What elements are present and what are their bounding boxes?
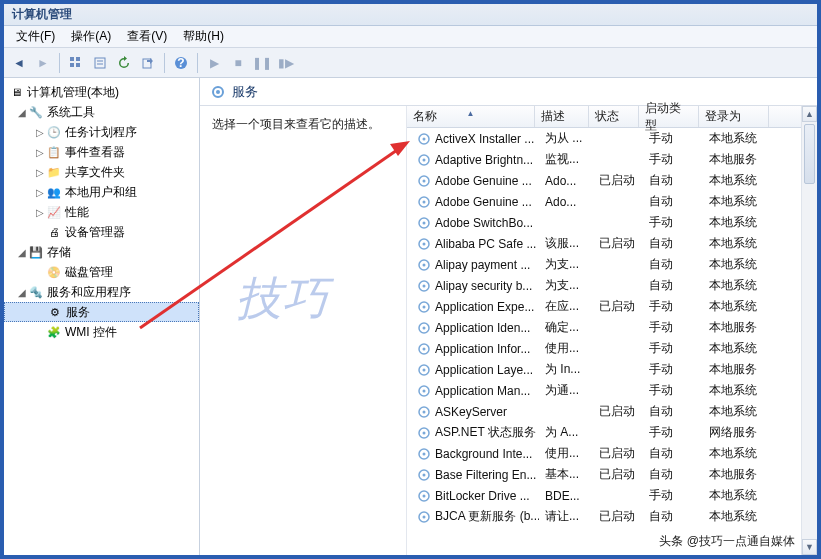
tree-disk-management[interactable]: 📀磁盘管理 — [4, 262, 199, 282]
service-name: Application Laye... — [435, 363, 533, 377]
service-row[interactable]: ASKeyServer已启动自动本地系统 — [407, 401, 817, 422]
expand-icon[interactable]: ▷ — [34, 167, 46, 178]
collapse-icon[interactable]: ◢ — [16, 247, 28, 258]
col-startup[interactable]: 启动类型 — [639, 106, 699, 127]
stop-button[interactable]: ■ — [227, 52, 249, 74]
service-name: Alipay security b... — [435, 279, 532, 293]
service-name: Application Expe... — [435, 300, 534, 314]
refresh-button[interactable] — [113, 52, 135, 74]
svg-rect-0 — [70, 57, 74, 61]
service-row[interactable]: Adaptive Brightn...监视...手动本地服务 — [407, 149, 817, 170]
service-logon: 本地服务 — [703, 361, 773, 378]
svg-point-21 — [423, 200, 426, 203]
service-icon — [417, 384, 431, 398]
perf-icon: 📈 — [46, 204, 62, 220]
service-startup: 自动 — [643, 235, 703, 252]
service-row[interactable]: Application Infor...使用...手动本地系统 — [407, 338, 817, 359]
service-row[interactable]: Adobe Genuine ...Ado...自动本地系统 — [407, 191, 817, 212]
service-name: ASKeyServer — [435, 405, 507, 419]
tree-task-scheduler[interactable]: ▷🕒任务计划程序 — [4, 122, 199, 142]
service-row[interactable]: BJCA 更新服务 (b...请让...已启动自动本地系统 — [407, 506, 817, 527]
collapse-icon[interactable]: ◢ — [16, 107, 28, 118]
service-startup: 手动 — [643, 424, 703, 441]
pause-button[interactable]: ❚❚ — [251, 52, 273, 74]
service-row[interactable]: BitLocker Drive ...BDE...手动本地系统 — [407, 485, 817, 506]
expand-icon[interactable]: ▷ — [34, 187, 46, 198]
svg-point-27 — [423, 263, 426, 266]
service-row[interactable]: Application Man...为通...手动本地系统 — [407, 380, 817, 401]
tree-wmi[interactable]: 🧩WMI 控件 — [4, 322, 199, 342]
col-logon[interactable]: 登录为 — [699, 106, 769, 127]
view-icons-button[interactable] — [65, 52, 87, 74]
service-row[interactable]: Alibaba PC Safe ...该服...已启动自动本地系统 — [407, 233, 817, 254]
col-name[interactable]: 名称▲ — [407, 106, 535, 127]
menu-action[interactable]: 操作(A) — [63, 26, 119, 47]
service-desc: 在应... — [539, 298, 593, 315]
service-logon: 本地系统 — [703, 193, 773, 210]
service-startup: 自动 — [643, 193, 703, 210]
gear-icon: ⚙ — [47, 304, 63, 320]
tree-performance[interactable]: ▷📈性能 — [4, 202, 199, 222]
service-name: Adobe Genuine ... — [435, 174, 532, 188]
scroll-thumb[interactable] — [804, 124, 815, 184]
restart-button[interactable]: ▮▶ — [275, 52, 297, 74]
export-button[interactable] — [137, 52, 159, 74]
collapse-icon[interactable]: ◢ — [16, 287, 28, 298]
tree-local-users[interactable]: ▷👥本地用户和组 — [4, 182, 199, 202]
tree-services[interactable]: ⚙服务 — [4, 302, 199, 322]
col-desc[interactable]: 描述 — [535, 106, 589, 127]
service-row[interactable]: Adobe Genuine ...Ado...已启动自动本地系统 — [407, 170, 817, 191]
expand-icon[interactable]: ▷ — [34, 147, 46, 158]
service-logon: 本地系统 — [703, 256, 773, 273]
credit-text: 头条 @技巧一点通自媒体 — [655, 532, 799, 551]
service-row[interactable]: ActiveX Installer ...为从 ...手动本地系统 — [407, 128, 817, 149]
service-logon: 本地系统 — [703, 487, 773, 504]
tree-system-tools[interactable]: ◢🔧系统工具 — [4, 102, 199, 122]
help-button[interactable]: ? — [170, 52, 192, 74]
service-logon: 本地系统 — [703, 298, 773, 315]
col-status[interactable]: 状态 — [589, 106, 639, 127]
service-row[interactable]: Application Expe...在应...已启动手动本地系统 — [407, 296, 817, 317]
service-row[interactable]: Base Filtering En...基本...已启动自动本地服务 — [407, 464, 817, 485]
content-pane: 服务 选择一个项目来查看它的描述。 技巧 名称▲ 描述 状态 启动类型 登录为 — [200, 78, 817, 555]
service-name: Application Iden... — [435, 321, 530, 335]
service-row[interactable]: Application Iden...确定...手动本地服务 — [407, 317, 817, 338]
menu-help[interactable]: 帮助(H) — [175, 26, 232, 47]
expand-icon[interactable]: ▷ — [34, 127, 46, 138]
service-row[interactable]: Adobe SwitchBo...手动本地系统 — [407, 212, 817, 233]
scroll-up-button[interactable]: ▲ — [802, 106, 817, 122]
menu-file[interactable]: 文件(F) — [8, 26, 63, 47]
tree-event-viewer[interactable]: ▷📋事件查看器 — [4, 142, 199, 162]
service-startup: 手动 — [643, 382, 703, 399]
service-row[interactable]: Background Inte...使用...已启动自动本地系统 — [407, 443, 817, 464]
service-row[interactable]: Application Laye...为 In...手动本地服务 — [407, 359, 817, 380]
service-row[interactable]: Alipay security b...为支...自动本地系统 — [407, 275, 817, 296]
tree-root[interactable]: 🖥计算机管理(本地) — [4, 82, 199, 102]
svg-point-11 — [216, 90, 220, 94]
service-status: 已启动 — [593, 508, 643, 525]
scroll-down-button[interactable]: ▼ — [802, 539, 817, 555]
service-desc: 为从 ... — [539, 130, 593, 147]
service-logon: 网络服务 — [703, 424, 773, 441]
tree-shared-folders[interactable]: ▷📁共享文件夹 — [4, 162, 199, 182]
nav-tree[interactable]: 🖥计算机管理(本地) ◢🔧系统工具 ▷🕒任务计划程序 ▷📋事件查看器 ▷📁共享文… — [4, 78, 200, 555]
svg-point-37 — [423, 368, 426, 371]
service-startup: 自动 — [643, 508, 703, 525]
service-startup: 自动 — [643, 466, 703, 483]
vertical-scrollbar[interactable]: ▲ ▼ — [801, 106, 817, 555]
service-row[interactable]: ASP.NET 状态服务为 A...手动网络服务 — [407, 422, 817, 443]
tree-device-manager[interactable]: 🖨设备管理器 — [4, 222, 199, 242]
expand-icon[interactable]: ▷ — [34, 207, 46, 218]
play-button[interactable]: ▶ — [203, 52, 225, 74]
service-row[interactable]: Alipay payment ...为支...自动本地系统 — [407, 254, 817, 275]
tree-storage[interactable]: ◢💾存储 — [4, 242, 199, 262]
tree-services-apps[interactable]: ◢🔩服务和应用程序 — [4, 282, 199, 302]
properties-button[interactable] — [89, 52, 111, 74]
service-icon — [417, 510, 431, 524]
forward-button[interactable]: ► — [32, 52, 54, 74]
service-icon — [417, 363, 431, 377]
back-button[interactable]: ◄ — [8, 52, 30, 74]
menu-view[interactable]: 查看(V) — [119, 26, 175, 47]
svg-rect-3 — [76, 63, 80, 67]
svg-point-33 — [423, 326, 426, 329]
